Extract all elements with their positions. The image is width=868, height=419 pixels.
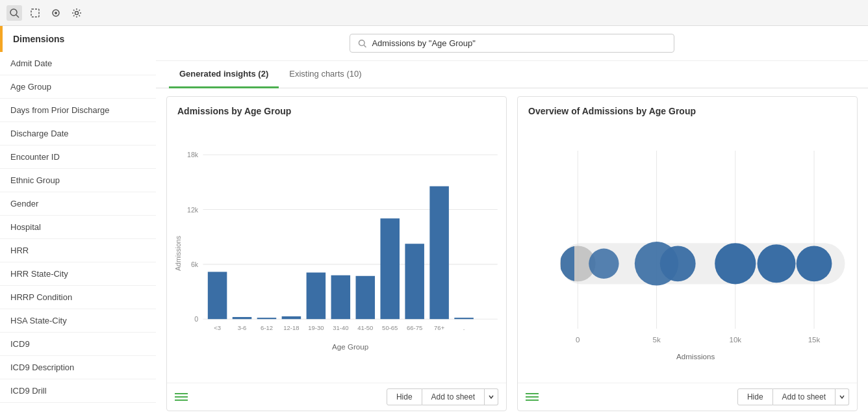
bubble-chart-actions: Hide Add to sheet [737,388,849,405]
bar-6-12 [257,318,277,319]
svg-text:5k: 5k [652,336,660,344]
svg-text:.: . [463,324,465,331]
bubble-chart-footer-icon [526,392,539,402]
svg-rect-43 [526,393,539,394]
bar-50-65 [380,218,400,319]
svg-rect-29 [175,393,188,394]
bar-66-75 [405,244,424,319]
svg-text:76+: 76+ [434,324,445,331]
svg-text:41-50: 41-50 [357,324,373,331]
bar-chart-title: Admissions by Age Group [167,97,506,121]
search-icon [358,39,366,48]
sidebar: Dimensions Admit Date Age Group Days fro… [0,26,156,419]
search-input[interactable] [372,38,666,48]
bar-3-6 [233,317,252,319]
svg-line-1 [16,15,19,18]
bubble-chart-footer: Hide Add to sheet [518,383,857,411]
svg-text:0: 0 [194,315,198,323]
charts-area: Admissions by Age Group Admissions 18k 1… [156,88,868,419]
svg-text:10k: 10k [729,336,741,344]
sidebar-item-icd9-description[interactable]: ICD9 Description [0,356,156,379]
bubble-7 [797,246,832,281]
sidebar-item-days-from-prior-discharge[interactable]: Days from Prior Discharge [0,99,156,122]
sidebar-item-hrr-state-city[interactable]: HRR State-City [0,262,156,286]
svg-line-7 [364,45,366,47]
bubble-6 [758,244,796,283]
svg-rect-2 [31,9,39,17]
sidebar-item-admit-date[interactable]: Admit Date [0,52,156,75]
svg-rect-30 [175,396,188,398]
capture-button[interactable] [48,5,64,21]
svg-text:12k: 12k [187,206,199,214]
svg-point-0 [10,9,17,16]
svg-text:66-75: 66-75 [407,324,422,331]
bubble-chart-title: Overview of Admissions by Age Group [518,97,857,121]
svg-point-4 [55,12,57,14]
svg-rect-31 [175,400,188,401]
sidebar-item-age-group[interactable]: Age Group [0,75,156,99]
bubble-5 [715,243,756,284]
bubble-chart-svg: 0 5k 10k 15k Admissions [523,124,852,383]
bar-chart-footer-icon [175,392,188,402]
bubble-chart-add-button[interactable]: Add to sheet [773,388,836,405]
bar-chart-footer: Hide Add to sheet [167,383,506,411]
bar-76plus [429,186,449,320]
search-container [156,26,868,61]
svg-text:6-12: 6-12 [261,324,273,331]
sidebar-item-gender[interactable]: Gender [0,192,156,216]
svg-text:6k: 6k [191,260,199,268]
menu-lines-icon [175,392,188,402]
sidebar-header: Dimensions [0,26,156,52]
svg-text:18k: 18k [187,151,199,159]
toolbar [0,0,868,26]
sidebar-item-hospital[interactable]: Hospital [0,216,156,239]
bubble-chart-add-dropdown[interactable] [836,388,849,405]
svg-text:Age Group: Age Group [332,343,368,351]
svg-text:31-40: 31-40 [333,324,348,331]
bar-chart-add-button[interactable]: Add to sheet [422,388,485,405]
tab-generated-insights[interactable]: Generated insights (2) [169,61,279,88]
svg-text:19-30: 19-30 [308,324,324,331]
svg-point-6 [359,40,364,45]
bar-chart-body: Admissions 18k 12k 6k 0 [167,121,506,383]
bar-chart-add-dropdown[interactable] [485,388,498,405]
sidebar-item-hrrp-condition[interactable]: HRRP Condition [0,286,156,309]
bar-lt3 [208,272,227,319]
content-area: Generated insights (2) Existing charts (… [156,26,868,419]
sidebar-item-icd9-drill[interactable]: ICD9 Drill [0,379,156,403]
svg-text:3-6: 3-6 [238,324,247,331]
svg-text:Admissions: Admissions [174,236,182,271]
sidebar-item-encounter-id[interactable]: Encounter ID [0,146,156,169]
bar-chart-card: Admissions by Age Group Admissions 18k 1… [166,96,507,411]
sidebar-item-discharge-date[interactable]: Discharge Date [0,122,156,146]
chevron-down-icon [489,394,494,400]
select-tool-button[interactable] [27,5,43,21]
main-layout: Dimensions Admit Date Age Group Days fro… [0,26,868,419]
menu-lines-icon-2 [526,392,539,402]
bar-dot [454,318,474,319]
settings-button[interactable] [69,5,84,21]
bubble-4 [660,246,696,281]
bar-chart-actions: Hide Add to sheet [387,388,498,405]
bubble-chart-body: 0 5k 10k 15k Admissions [518,121,857,383]
tabs-bar: Generated insights (2) Existing charts (… [156,61,868,88]
svg-text:Admissions: Admissions [676,353,715,361]
tab-existing-charts[interactable]: Existing charts (10) [279,61,372,88]
sidebar-item-icd9[interactable]: ICD9 [0,333,156,356]
bar-41-50 [356,276,376,319]
bar-chart-hide-button[interactable]: Hide [387,388,422,405]
svg-text:0: 0 [576,336,580,344]
bar-19-30 [307,273,326,320]
bar-chart-svg: Admissions 18k 12k 6k 0 [172,124,501,383]
search-tool-button[interactable] [6,5,22,21]
svg-rect-45 [526,400,539,401]
svg-text:50-65: 50-65 [382,324,398,331]
bubble-chart-hide-button[interactable]: Hide [737,388,773,405]
svg-text:12-18: 12-18 [283,324,299,331]
bubble-chart-card: Overview of Admissions by Age Group [517,96,858,411]
sidebar-item-hrr[interactable]: HRR [0,239,156,262]
sidebar-item-hsa-state-city[interactable]: HSA State-City [0,309,156,333]
bar-31-40 [331,275,351,319]
sidebar-item-ethnic-group[interactable]: Ethnic Group [0,169,156,192]
svg-rect-44 [526,396,539,398]
